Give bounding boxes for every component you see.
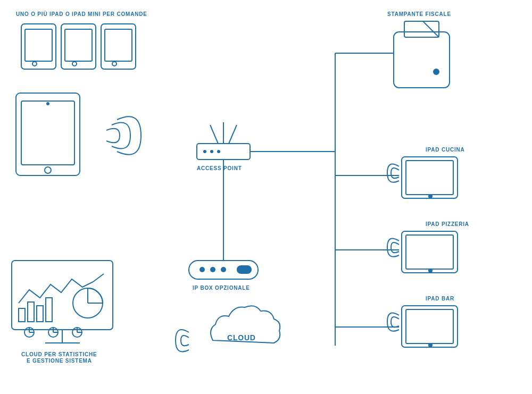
- svg-point-12: [46, 102, 49, 105]
- svg-point-56: [428, 343, 433, 347]
- svg-point-50: [428, 194, 433, 198]
- svg-rect-55: [406, 309, 453, 343]
- svg-point-53: [428, 269, 433, 273]
- main-diagram-svg: .d { fill: none; stroke: #1e6fa8; stroke…: [0, 0, 532, 394]
- svg-rect-1: [25, 29, 52, 61]
- stampante-label: STAMPANTE FISCALE: [387, 11, 451, 17]
- svg-rect-24: [237, 265, 252, 274]
- monitor-label-line1: CLOUD PER STATISTICHE: [21, 351, 97, 357]
- svg-rect-4: [65, 29, 92, 61]
- cloud-label: CLOUD: [227, 333, 256, 342]
- svg-point-2: [32, 62, 37, 66]
- ipad-pizzeria-label: IPAD PIZZERIA: [426, 221, 469, 227]
- svg-point-18: [210, 150, 213, 153]
- svg-point-23: [221, 267, 226, 272]
- svg-rect-29: [19, 308, 25, 322]
- svg-rect-10: [21, 101, 74, 165]
- svg-rect-51: [402, 231, 458, 273]
- svg-rect-26: [12, 261, 113, 330]
- svg-point-5: [72, 62, 77, 66]
- svg-rect-48: [402, 157, 458, 198]
- svg-line-14: [229, 125, 237, 144]
- svg-point-21: [200, 267, 205, 272]
- svg-rect-30: [28, 302, 34, 322]
- svg-point-11: [45, 167, 51, 173]
- svg-point-19: [217, 150, 220, 153]
- ip-box-label: IP BOX OPZIONALE: [193, 285, 250, 291]
- access-point-label: ACCESS POINT: [197, 165, 242, 171]
- ipad-bar-label: IPAD BAR: [426, 296, 454, 301]
- svg-rect-49: [406, 161, 453, 195]
- svg-rect-52: [406, 235, 453, 269]
- svg-rect-6: [101, 24, 136, 69]
- svg-rect-45: [394, 32, 450, 88]
- svg-rect-3: [61, 24, 96, 69]
- svg-rect-31: [37, 306, 43, 322]
- diagram: .d { fill: none; stroke: #1e6fa8; stroke…: [0, 0, 532, 394]
- svg-rect-54: [402, 306, 458, 347]
- svg-point-47: [433, 69, 439, 75]
- svg-line-13: [210, 125, 218, 144]
- svg-point-8: [112, 62, 117, 66]
- svg-rect-9: [16, 93, 80, 175]
- ipads-top-label: UNO O PIÙ IPAD O IPAD MINI PER COMANDE: [16, 11, 147, 17]
- svg-rect-32: [46, 298, 52, 322]
- svg-rect-7: [105, 29, 132, 61]
- svg-point-17: [203, 150, 206, 153]
- svg-point-22: [210, 267, 215, 272]
- ipad-cucina-label: IPAD CUCINA: [426, 147, 465, 153]
- svg-rect-0: [21, 24, 56, 69]
- svg-rect-46: [404, 21, 439, 37]
- monitor-label-line2: E GESTIONE SISTEMA: [27, 358, 92, 364]
